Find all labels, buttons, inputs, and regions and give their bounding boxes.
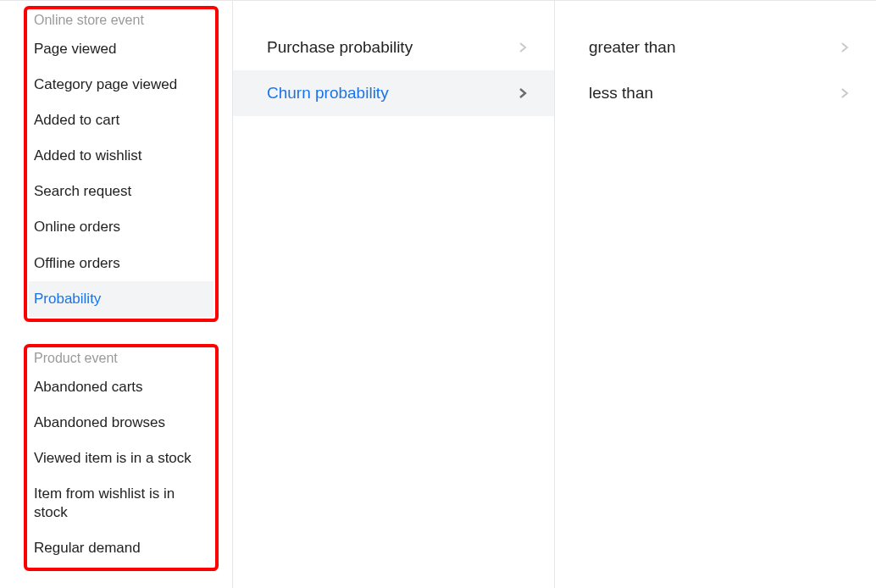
sidebar-item-category-page-viewed[interactable]: Category page viewed <box>29 67 213 103</box>
sidebar-item-abandoned-browses[interactable]: Abandoned browses <box>29 405 213 441</box>
row-less-than[interactable]: less than <box>555 70 876 116</box>
row-churn-probability[interactable]: Churn probability <box>233 70 554 116</box>
chevron-right-icon <box>515 86 530 101</box>
row-greater-than[interactable]: greater than <box>555 25 876 70</box>
sidebar-item-added-to-wishlist[interactable]: Added to wishlist <box>29 138 213 174</box>
group-online-store-event: Online store event Page viewed Category … <box>24 6 219 322</box>
sidebar-column: Online store event Page viewed Category … <box>0 1 233 588</box>
sidebar-item-viewed-item-in-stock[interactable]: Viewed item is in a stock <box>29 441 213 476</box>
row-label: greater than <box>589 38 675 57</box>
row-label: Purchase probability <box>267 38 413 57</box>
sidebar-item-added-to-cart[interactable]: Added to cart <box>29 103 213 138</box>
sidebar-item-regular-demand[interactable]: Regular demand <box>29 530 213 566</box>
sidebar-item-page-viewed[interactable]: Page viewed <box>29 31 213 67</box>
sidebar-item-search-request[interactable]: Search request <box>29 174 213 209</box>
chevron-right-icon <box>515 40 530 55</box>
group-title: Product event <box>29 347 213 369</box>
group-product-event: Product event Abandoned carts Abandoned … <box>24 344 219 572</box>
sidebar-item-abandoned-carts[interactable]: Abandoned carts <box>29 369 213 405</box>
sidebar-item-wishlist-in-stock[interactable]: Item from wishlist is in stock <box>29 476 213 530</box>
row-label: Churn probability <box>267 84 389 103</box>
chevron-right-icon <box>837 40 852 55</box>
sidebar-item-online-orders[interactable]: Online orders <box>29 209 213 245</box>
group-title: Online store event <box>29 9 213 31</box>
chevron-right-icon <box>837 86 852 101</box>
detail-column: Purchase probability Churn probability <box>233 1 555 588</box>
row-purchase-probability[interactable]: Purchase probability <box>233 25 554 70</box>
row-label: less than <box>589 84 653 103</box>
condition-column: greater than less than <box>555 1 876 588</box>
sidebar-item-offline-orders[interactable]: Offline orders <box>29 246 213 281</box>
sidebar-item-probability[interactable]: Probability <box>29 281 213 317</box>
